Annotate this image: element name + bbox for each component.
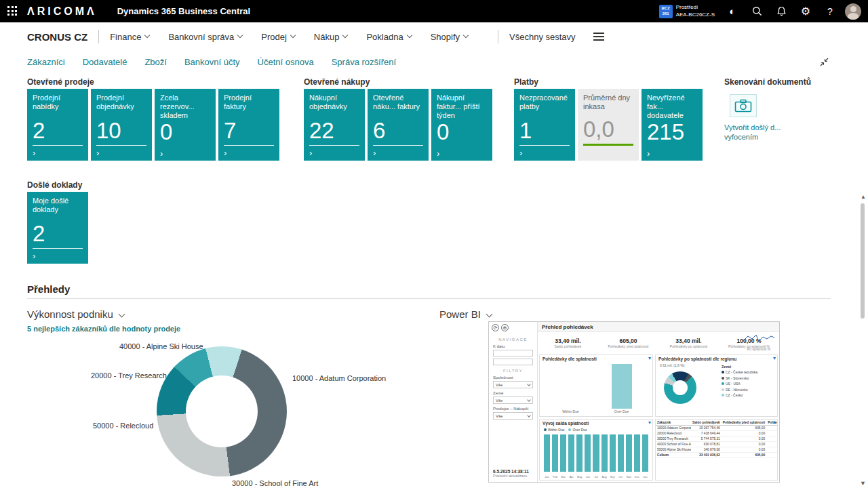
cue-tile[interactable]: Nevyřízené fak... dodavatele 215 (642, 89, 703, 161)
scroll-down-arrow[interactable] (860, 480, 866, 487)
scrollbar-thumb[interactable] (861, 203, 865, 319)
environment-name: AEA-BC26CZ-S (676, 12, 715, 18)
quick-link[interactable]: Zboží (144, 57, 167, 67)
cue-tile[interactable]: Prodejní faktury 7 (218, 89, 279, 161)
scroll-up-arrow[interactable] (861, 194, 866, 200)
filter-select[interactable]: Vše (493, 412, 533, 420)
panel-menu-icon[interactable] (773, 355, 776, 361)
cue-tile[interactable]: Nákupní faktur... příští týden 0 (431, 89, 492, 161)
business-central-home: ΛRICOMΛ Dynamics 365 Business Central BC… (0, 0, 868, 488)
legend-dot (544, 428, 547, 431)
cue-tile[interactable]: Moje došlé doklady 2 (27, 192, 88, 264)
quick-link[interactable]: Bankovní účty (184, 57, 240, 67)
filter-select[interactable]: Vše (493, 381, 533, 388)
cue-tile[interactable]: Prodejní nabídky 2 (27, 89, 88, 161)
trend-x-label: Jan (544, 475, 550, 479)
donut-hole (186, 375, 258, 447)
trend-bar (634, 434, 640, 472)
legend-dot (722, 377, 724, 380)
environment-info[interactable]: Prostředí AEA-BC26CZ-S (676, 4, 715, 18)
cue-tile-label: Prodejní objednávky (96, 94, 146, 111)
table-row: 40000 School of Fine Art 630 078,81 0,00… (656, 441, 778, 447)
cell-before-due: 605,00 (722, 425, 766, 430)
create-incoming-document-action[interactable]: Vytvořit došlý d... vyfocením (724, 123, 812, 142)
business-performance-heading[interactable]: Výkonnost podniku (27, 308, 124, 320)
kpi-value: 605,00 (599, 338, 658, 344)
x-label-over-due: Over Due (614, 409, 629, 414)
cue-tile-value: 6 (373, 119, 423, 142)
power-bi-label: Power BI (439, 308, 481, 320)
cell-before-due: 0,00 (722, 441, 766, 447)
menu-item[interactable]: Pokladna (366, 32, 411, 42)
filter-field: Země Vše (493, 391, 533, 404)
chevron-down-icon (290, 33, 296, 38)
menu-item[interactable]: Finance (110, 32, 149, 42)
filter-list: Společnost Vše Země Vše Prodejce – Nákup… (493, 375, 533, 420)
quick-link[interactable]: Účetní osnova (258, 57, 314, 67)
trend-x-label: Apr (568, 475, 574, 479)
panel-title: Pohledávky dle splatnosti (540, 355, 652, 363)
search-icon[interactable] (745, 0, 769, 22)
panel-menu-icon[interactable] (773, 420, 776, 426)
menu-item[interactable]: Prodej (261, 32, 295, 42)
trend-bar (576, 434, 583, 472)
notifications-bell-icon[interactable] (769, 0, 793, 22)
cell-over-due: 33 401 331,02 (766, 452, 778, 458)
cue-tile[interactable]: Zcela rezervov... skladem 0 (155, 89, 216, 161)
table-row: 30000 Trey Research 5 744 575,31 0,00 5 … (656, 436, 778, 441)
cue-tile[interactable]: Otevřené náku... faktury 6 (368, 89, 429, 161)
panel-menu-icon[interactable] (648, 420, 651, 426)
section-title-open-purchases: Otevřené nákupy (304, 77, 370, 87)
menu-item[interactable]: Shopify (431, 32, 468, 42)
collapse-layout-icon[interactable] (820, 58, 829, 66)
section-title-incoming-documents: Došlé doklady (27, 180, 82, 190)
menu-item[interactable]: Nákup (314, 32, 348, 42)
cue-tile[interactable]: Nezpracované platby 1 (514, 89, 575, 161)
scan-action-line2: vyfocením (724, 133, 812, 142)
last-refresh: 6.5.2025 14:38:11 Poslední aktualizace (493, 469, 529, 478)
theme-icon[interactable] (720, 0, 745, 22)
date-to-input[interactable] (493, 359, 533, 365)
chevron-down-icon (486, 311, 492, 318)
legend-label: DE - Německo (726, 387, 748, 393)
settings-gear-icon[interactable] (793, 0, 818, 22)
trend-bar (560, 434, 566, 472)
cue-tile-underline (519, 145, 570, 146)
power-bi-heading[interactable]: Power BI (439, 308, 492, 320)
more-menu-icon[interactable] (593, 33, 604, 41)
legend-item: SK - Slovensko (722, 375, 774, 382)
due-slot-within: Within Due (549, 364, 593, 415)
cue-tile[interactable]: Průměrné dny inkasa 0,0 (578, 89, 639, 161)
app-launcher-icon[interactable] (7, 6, 18, 16)
filter-selected-value: Vše (496, 383, 502, 387)
legend-item: CZ - Česko (722, 392, 774, 399)
cue-tile[interactable]: Prodejní objednávky 10 (91, 89, 152, 161)
quick-link[interactable]: Zákazníci (27, 57, 65, 67)
refresh-icon[interactable] (492, 324, 499, 331)
legend-label: Within Due (548, 427, 564, 433)
menu-item-all-reports[interactable]: Všechny sestavy (509, 32, 576, 42)
cell-before-due: 0,00 (722, 430, 766, 436)
filter-selected-value: Vše (496, 414, 502, 418)
expand-icon[interactable] (501, 324, 509, 331)
quick-link[interactable]: Správa rozšíření (332, 57, 396, 67)
trend-bar (585, 434, 591, 472)
user-avatar[interactable] (845, 3, 861, 20)
help-icon[interactable] (818, 0, 842, 22)
cue-tile-value: 0 (160, 121, 210, 143)
legend-dot (722, 394, 724, 396)
camera-scan-icon[interactable] (730, 94, 757, 117)
trend-bar (626, 434, 632, 472)
kpi-card: 605,00 Pohledávky před splatností (598, 338, 658, 348)
table-row: 20000 Relecloud 7 418 649,44 0,00 7 418 … (656, 430, 778, 436)
column-header: Zákazník (656, 420, 691, 426)
quick-link[interactable]: Dodavatelé (83, 57, 127, 67)
cue-tile[interactable]: Nákupní objednávky 22 (304, 89, 365, 161)
company-name[interactable]: CRONUS CZ (27, 31, 87, 43)
kpi-card: 33,40 mil. Saldo pohledávek (538, 338, 598, 348)
trend-x-label: Feb (552, 475, 558, 479)
panel-menu-icon[interactable] (648, 355, 651, 361)
date-from-input[interactable] (493, 350, 533, 357)
filter-select[interactable]: Vše (493, 396, 533, 404)
menu-item[interactable]: Bankovní správa (168, 32, 242, 42)
